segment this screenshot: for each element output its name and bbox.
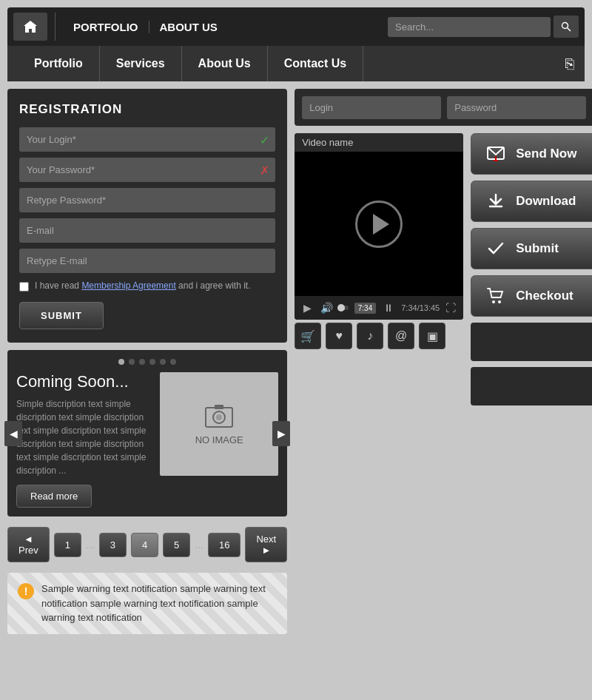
retype-password-input[interactable]	[19, 188, 275, 212]
nav-about-us[interactable]: About Us	[182, 46, 268, 81]
dot-5[interactable]	[160, 359, 166, 365]
at-icon-button[interactable]: @	[388, 323, 414, 349]
rss-icon[interactable]: ⎘	[565, 55, 574, 73]
submit-action-button[interactable]: Submit	[471, 228, 592, 269]
dot-4[interactable]	[149, 359, 155, 365]
slider-next-arrow[interactable]: ▶	[272, 421, 290, 446]
play-button[interactable]	[355, 201, 403, 248]
time-display: 7:34/13:45	[401, 303, 440, 312]
main-content: REGISTRATION ✓ ✗ I have read Membership	[7, 89, 585, 634]
video-screen[interactable]	[295, 152, 463, 296]
slider-widget: ◀ Coming Soon... Simple discription text…	[7, 350, 287, 516]
svg-point-0	[562, 23, 568, 29]
nav-portfolio-2[interactable]: Portfolio	[18, 46, 100, 81]
checkout-label: Checkout	[516, 289, 573, 303]
play-pause-button[interactable]: ▶	[302, 300, 313, 315]
retype-email-input[interactable]	[19, 249, 275, 273]
second-nav: Portfolio Services About Us Contact Us ⎘	[7, 46, 585, 81]
search-container	[388, 16, 579, 38]
dot-1[interactable]	[118, 359, 124, 365]
email-input[interactable]	[19, 218, 275, 243]
nav-contact-us[interactable]: Contact Us	[268, 46, 363, 81]
send-now-button[interactable]: Send Now	[471, 133, 592, 175]
progress-bar[interactable]	[340, 306, 349, 310]
slider-dots	[16, 359, 278, 365]
nav-portfolio[interactable]: PORTFOLIO	[63, 21, 149, 33]
download-label: Download	[516, 194, 576, 209]
password-input[interactable]	[19, 158, 275, 182]
warning-icon: !	[18, 583, 34, 599]
registration-form: REGISTRATION ✓ ✗ I have read Membership	[7, 89, 287, 343]
content-row: Video name ▶ 🔊 7:34 ⏸ 7:34/13:45	[295, 133, 592, 405]
home-button[interactable]	[13, 13, 47, 41]
svg-point-4	[216, 414, 222, 420]
agreement-checkbox[interactable]	[19, 282, 29, 292]
action-buttons-column: Send Now Download	[471, 133, 592, 405]
password-bar-input[interactable]	[447, 96, 586, 119]
coming-soon-description: Simple discription text simple discripti…	[16, 397, 152, 477]
login-bar-input[interactable]	[302, 96, 441, 119]
prev-page-button[interactable]: ◄ Prev	[7, 527, 50, 562]
download-icon	[485, 190, 507, 212]
retype-email-container	[19, 249, 275, 273]
fullscreen-button[interactable]: ⛶	[445, 302, 456, 314]
dot-6[interactable]	[170, 359, 176, 365]
svg-point-11	[498, 300, 501, 303]
dot-3[interactable]	[139, 359, 145, 365]
dot-2[interactable]	[129, 359, 135, 365]
no-image-box: NO IMAGE	[160, 372, 278, 476]
read-more-button[interactable]: Read more	[16, 485, 92, 508]
progress-thumb	[337, 304, 345, 312]
top-nav: PORTFOLIO ABOUT US	[7, 7, 585, 46]
slider-content: Coming Soon... Simple discription text s…	[16, 372, 278, 508]
invalid-icon: ✗	[260, 163, 269, 177]
next-page-button[interactable]: Next ►	[245, 527, 287, 562]
video-player: Video name ▶ 🔊 7:34 ⏸ 7:34/13:45	[295, 133, 463, 320]
submit-button[interactable]: SUBMIT	[19, 302, 104, 329]
screen-icon-button[interactable]: ▣	[419, 323, 445, 349]
password-field-container: ✗	[19, 158, 275, 182]
page-5-button[interactable]: 5	[163, 533, 190, 557]
page-4-button[interactable]: 4	[131, 533, 158, 557]
music-icon-button[interactable]: ♪	[357, 323, 383, 349]
login-field-container: ✓	[19, 127, 275, 152]
dark-box-2	[471, 367, 592, 405]
login-input[interactable]	[19, 127, 275, 152]
heart-icon-button[interactable]: ♥	[326, 323, 352, 349]
pause-btn[interactable]: ⏸	[382, 300, 395, 315]
search-input[interactable]	[388, 17, 551, 37]
valid-icon: ✓	[260, 132, 269, 147]
cart-icon-button[interactable]: 🛒	[295, 323, 321, 349]
search-button[interactable]	[554, 16, 579, 38]
no-image-label: NO IMAGE	[195, 434, 243, 445]
pagination: ◄ Prev 1 ... 3 4 5 ... 16 Next ►	[7, 527, 287, 562]
submit-action-label: Submit	[516, 241, 559, 256]
registration-title: REGISTRATION	[19, 102, 275, 117]
media-icons-row: 🛒 ♥ ♪ @ ▣	[295, 320, 463, 352]
agreement-text: I have read Membership Agreement and i a…	[35, 280, 251, 291]
page-dots-2: ...	[195, 539, 204, 551]
action-buttons: Send Now Download	[471, 133, 592, 405]
slider-text: Coming Soon... Simple discription text s…	[16, 372, 152, 508]
svg-rect-5	[215, 405, 223, 409]
video-controls: ▶ 🔊 7:34 ⏸ 7:34/13:45 ⛶	[295, 296, 463, 320]
page-16-button[interactable]: 16	[208, 533, 240, 557]
coming-soon-title: Coming Soon...	[16, 372, 152, 391]
page-1-button[interactable]: 1	[54, 533, 81, 557]
svg-line-1	[568, 28, 571, 32]
dark-box-1	[471, 323, 592, 361]
slider-prev-arrow[interactable]: ◀	[4, 421, 22, 446]
page-dots-1: ...	[86, 539, 95, 551]
nav-aboutus[interactable]: ABOUT US	[149, 21, 228, 33]
send-icon	[485, 143, 507, 165]
download-button[interactable]: Download	[471, 181, 592, 222]
page-3-button[interactable]: 3	[99, 533, 127, 557]
login-bar	[295, 89, 592, 126]
membership-link[interactable]: Membership Agreement	[81, 280, 175, 291]
agreement-row: I have read Membership Agreement and i a…	[19, 280, 275, 292]
checkout-button[interactable]: Checkout	[471, 275, 592, 317]
svg-point-10	[492, 300, 495, 303]
checkout-cart-icon	[485, 285, 507, 307]
nav-services[interactable]: Services	[100, 46, 182, 81]
volume-button[interactable]: 🔊	[319, 300, 334, 315]
